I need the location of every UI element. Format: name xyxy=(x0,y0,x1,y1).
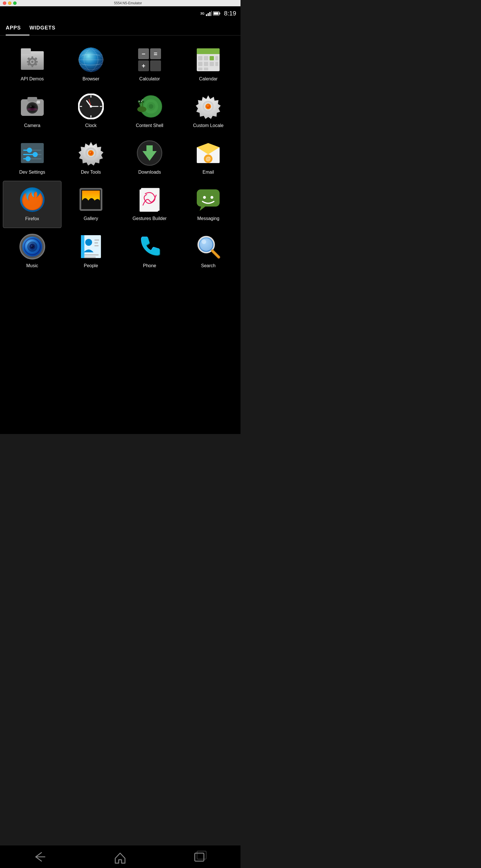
phone-label: Phone xyxy=(143,263,156,269)
svg-point-127 xyxy=(31,245,33,247)
svg-rect-118 xyxy=(197,189,220,207)
tab-apps[interactable]: APPS xyxy=(6,21,29,35)
music-label: Music xyxy=(26,263,38,269)
app-clock[interactable]: Clock xyxy=(62,88,120,134)
svg-text:=: = xyxy=(154,50,158,58)
downloads-label: Downloads xyxy=(138,169,161,175)
downloads-icon xyxy=(137,140,162,166)
app-calendar[interactable]: Calendar xyxy=(179,41,238,88)
calculator-icon: − = + xyxy=(137,47,162,73)
app-browser[interactable]: Browser xyxy=(62,41,120,88)
gallery-label: Gallery xyxy=(84,216,98,222)
time-display: 8:19 xyxy=(224,10,236,17)
app-music[interactable]: Music xyxy=(3,228,62,275)
svg-point-12 xyxy=(31,61,33,63)
app-search[interactable]: Search xyxy=(179,228,238,275)
app-people[interactable]: People xyxy=(62,228,120,275)
battery-icon xyxy=(213,11,221,16)
svg-rect-41 xyxy=(198,62,202,66)
svg-rect-40 xyxy=(215,56,218,60)
svg-text:@: @ xyxy=(206,156,211,162)
app-calculator[interactable]: − = + Calculator xyxy=(120,41,179,88)
app-downloads[interactable]: Downloads xyxy=(120,134,179,181)
svg-rect-0 xyxy=(206,14,207,16)
dev-settings-icon xyxy=(20,140,45,166)
browser-icon xyxy=(78,47,104,73)
people-label: People xyxy=(84,263,98,269)
gallery-icon xyxy=(78,187,104,212)
svg-point-82 xyxy=(142,100,143,100)
svg-line-141 xyxy=(212,251,219,257)
svg-point-71 xyxy=(149,104,153,109)
svg-rect-88 xyxy=(21,143,44,163)
svg-rect-37 xyxy=(198,56,202,60)
window-title: 5554:N5-Emulator xyxy=(18,1,238,5)
app-messaging[interactable]: Messaging xyxy=(179,181,238,228)
people-icon xyxy=(78,234,104,259)
custom-locale-label: Custom Locale xyxy=(193,123,224,129)
svg-rect-9 xyxy=(21,48,31,54)
status-bar: 3G 8:19 xyxy=(0,6,241,21)
search-icon xyxy=(195,234,221,259)
svg-rect-36 xyxy=(197,53,220,54)
app-email[interactable]: @ Email xyxy=(179,134,238,181)
app-dev-tools[interactable]: Dev Tools xyxy=(62,134,120,181)
svg-point-120 xyxy=(211,196,213,199)
app-camera[interactable]: Camera xyxy=(3,88,62,134)
email-label: Email xyxy=(202,169,214,175)
content-shell-icon xyxy=(137,94,162,119)
svg-rect-132 xyxy=(94,242,98,244)
close-button[interactable] xyxy=(3,1,6,5)
tab-widgets[interactable]: WIDGETS xyxy=(29,21,64,35)
app-api-demos[interactable]: API Demos xyxy=(3,41,62,88)
app-phone[interactable]: Phone xyxy=(120,228,179,275)
clock-icon xyxy=(78,94,104,119)
dev-tools-icon xyxy=(78,140,104,166)
dev-tools-label: Dev Tools xyxy=(81,169,101,175)
status-icons: 3G 8:19 xyxy=(200,10,236,17)
svg-rect-3 xyxy=(211,11,212,16)
svg-rect-46 xyxy=(204,67,208,70)
svg-rect-42 xyxy=(204,62,208,66)
camera-icon xyxy=(20,94,45,119)
minimize-button[interactable] xyxy=(8,1,11,5)
browser-label: Browser xyxy=(83,76,99,82)
svg-point-139 xyxy=(202,240,206,244)
phone-icon xyxy=(137,234,162,259)
svg-rect-2 xyxy=(209,12,211,16)
svg-rect-1 xyxy=(207,13,209,16)
app-content-shell[interactable]: Content Shell xyxy=(120,88,179,134)
camera-label: Camera xyxy=(24,123,40,129)
nav-tabs: APPS WIDGETS xyxy=(0,21,241,35)
svg-rect-45 xyxy=(198,67,202,70)
network-icon: 3G xyxy=(200,12,204,15)
svg-rect-134 xyxy=(84,254,99,255)
email-icon: @ xyxy=(195,140,221,166)
svg-rect-13 xyxy=(31,56,33,59)
window-bar: 5554:N5-Emulator xyxy=(0,0,241,6)
app-dev-settings[interactable]: Dev Settings xyxy=(3,134,62,181)
svg-rect-55 xyxy=(37,101,40,103)
maximize-button[interactable] xyxy=(13,1,17,5)
svg-rect-133 xyxy=(94,245,99,246)
svg-text:−: − xyxy=(142,50,146,58)
search-label: Search xyxy=(201,263,216,269)
calculator-label: Calculator xyxy=(139,76,160,82)
svg-point-138 xyxy=(200,238,213,251)
svg-rect-129 xyxy=(81,235,84,258)
gestures-builder-label: Gestures Builder xyxy=(133,216,167,222)
app-firefox[interactable]: Firefox xyxy=(3,181,62,228)
svg-rect-43 xyxy=(210,62,214,66)
svg-point-56 xyxy=(27,108,37,111)
svg-rect-16 xyxy=(35,61,38,63)
api-demos-icon xyxy=(20,47,45,73)
svg-rect-39 xyxy=(210,56,214,60)
app-custom-locale[interactable]: Custom Locale xyxy=(179,88,238,134)
svg-point-81 xyxy=(139,101,139,101)
firefox-icon xyxy=(20,187,45,213)
svg-point-74 xyxy=(137,106,147,112)
svg-point-66 xyxy=(90,105,92,107)
app-gestures-builder[interactable]: Gestures Builder xyxy=(120,181,179,228)
app-gallery[interactable]: Gallery xyxy=(62,181,120,228)
svg-point-87 xyxy=(207,105,209,107)
